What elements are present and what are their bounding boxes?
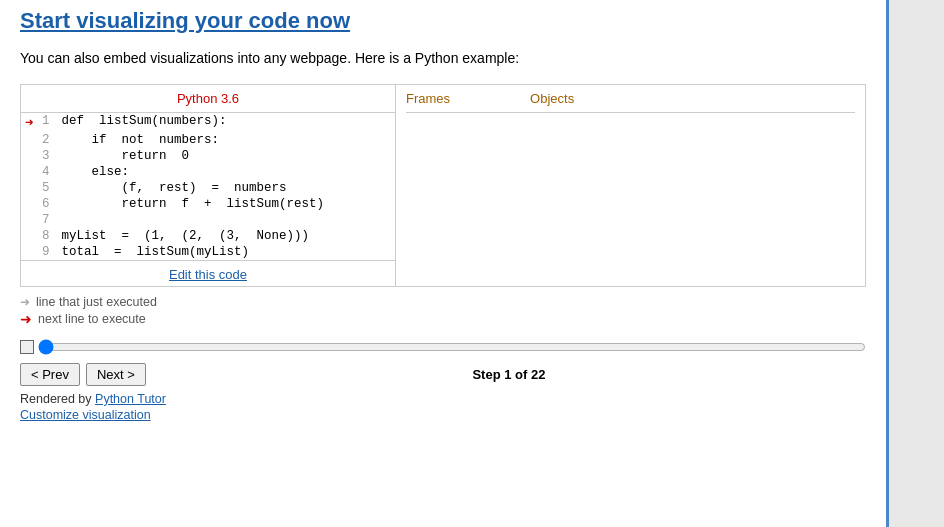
code-line-7: 7 xyxy=(21,212,395,228)
current-line-arrow: ➜ xyxy=(25,115,33,131)
visualizer-container: Python 3.6 ➜ 1 def listSum(numbers): 2 xyxy=(20,84,866,287)
gray-arrow-icon: ➜ xyxy=(20,295,30,309)
next-button[interactable]: Next > xyxy=(86,363,146,386)
page-title[interactable]: Start visualizing your code now xyxy=(20,8,350,34)
code-header: Python 3.6 xyxy=(21,85,395,113)
legend-area: ➜ line that just executed ➜ next line to… xyxy=(20,295,866,327)
code-line-6: 6 return f + listSum(rest) xyxy=(21,196,395,212)
nav-row: < Prev Next > Step 1 of 22 xyxy=(20,363,866,386)
right-sidebar xyxy=(889,0,944,527)
code-line-8: 8 myList = (1, (2, (3, None))) xyxy=(21,228,395,244)
frames-objects-header: Frames Objects xyxy=(406,91,855,113)
code-line-9: 9 total = listSum(myList) xyxy=(21,244,395,260)
step-counter: Step 1 of 22 xyxy=(152,367,866,382)
python-tutor-link[interactable]: Python Tutor xyxy=(95,392,166,406)
frames-label: Frames xyxy=(406,91,450,106)
legend-gray: ➜ line that just executed xyxy=(20,295,866,309)
customize-visualization-link[interactable]: Customize visualization xyxy=(20,408,866,422)
code-line-2: 2 if not numbers: xyxy=(21,132,395,148)
rendered-by-row: Rendered by Python Tutor xyxy=(20,392,866,406)
code-panel: Python 3.6 ➜ 1 def listSum(numbers): 2 xyxy=(21,85,396,286)
frames-objects-panel: Frames Objects xyxy=(396,85,865,286)
legend-red-text: next line to execute xyxy=(38,312,146,326)
slider-row xyxy=(20,339,866,355)
code-table: ➜ 1 def listSum(numbers): 2 if not numbe… xyxy=(21,113,395,260)
prev-button[interactable]: < Prev xyxy=(20,363,80,386)
objects-label: Objects xyxy=(530,91,574,106)
embed-description: You can also embed visualizations into a… xyxy=(20,50,866,66)
edit-code-link[interactable]: Edit this code xyxy=(21,260,395,286)
code-line-4: 4 else: xyxy=(21,164,395,180)
step-slider[interactable] xyxy=(38,339,866,355)
slider-thumb xyxy=(20,340,34,354)
code-line-3: 3 return 0 xyxy=(21,148,395,164)
code-line-1: ➜ 1 def listSum(numbers): xyxy=(21,113,395,132)
red-arrow-icon: ➜ xyxy=(20,311,32,327)
legend-red: ➜ next line to execute xyxy=(20,311,866,327)
rendered-by-text: Rendered by xyxy=(20,392,92,406)
legend-gray-text: line that just executed xyxy=(36,295,157,309)
code-line-5: 5 (f, rest) = numbers xyxy=(21,180,395,196)
